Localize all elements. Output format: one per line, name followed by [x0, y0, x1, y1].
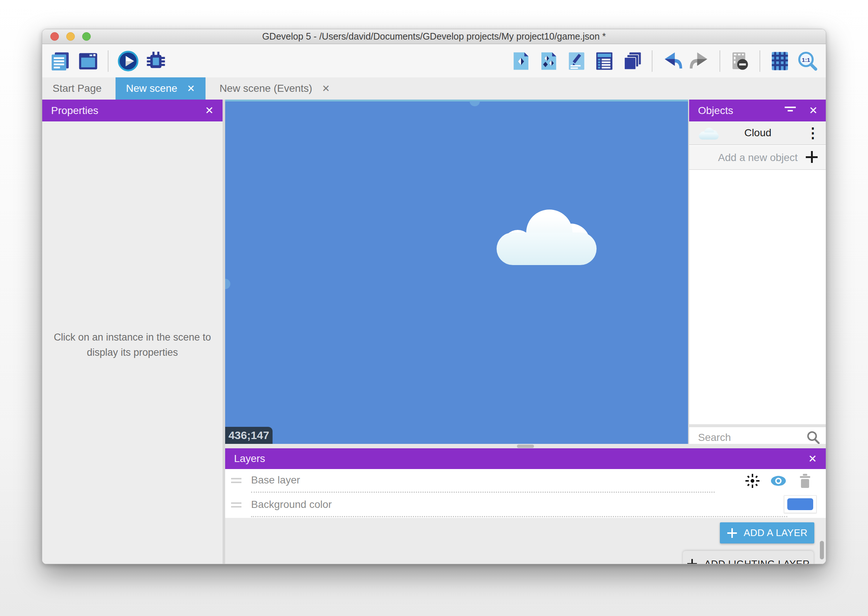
kebab-menu-icon[interactable]: ⋮ [806, 121, 820, 145]
close-icon[interactable]: ✕ [187, 84, 195, 93]
add-lighting-layer-label: ADD LIGHTING LAYER [704, 558, 810, 564]
add-layer-label: ADD A LAYER [744, 527, 808, 539]
object-name: Cloud [744, 127, 771, 139]
toolbar-right-group: 1:1 [510, 50, 819, 72]
drag-handle-icon[interactable] [231, 478, 241, 485]
properties-empty-message: Click on an instance in the scene to dis… [46, 330, 219, 360]
debug-icon[interactable] [145, 50, 167, 72]
objects-header: Objects ✕ [689, 100, 826, 121]
layer-name-underline [251, 516, 787, 517]
tab-label: New scene (Events) [220, 83, 313, 94]
editor-content: Properties ✕ Click on an instance in the… [42, 100, 826, 564]
objects-panel: Objects ✕ Cloud ⋮ [689, 100, 826, 448]
minimize-window-button[interactable] [66, 32, 75, 41]
layers-header: Layers ✕ [225, 448, 826, 469]
plus-icon [805, 150, 818, 165]
layer-row-base[interactable]: Base layer [225, 469, 826, 493]
title-bar: GDevelop 5 - /Users/david/Documents/GDev… [42, 29, 826, 44]
toggle-mask-icon[interactable] [729, 50, 751, 72]
objects-title: Objects [698, 105, 733, 116]
object-groups-editor-icon[interactable] [538, 50, 560, 72]
toolbar-separator [720, 50, 720, 72]
tab-bar: Start Page New scene ✕ New scene (Events… [42, 77, 826, 100]
background-color-swatch [787, 498, 813, 510]
objects-editor-icon[interactable] [510, 50, 532, 72]
cloud-thumbnail-icon [699, 127, 719, 140]
project-manager-icon[interactable] [49, 50, 71, 72]
close-icon[interactable]: ✕ [205, 104, 214, 116]
scrollbar-thumb[interactable] [820, 541, 824, 559]
close-icon[interactable]: ✕ [809, 104, 818, 116]
gdevelop-window: GDevelop 5 - /Users/david/Documents/GDev… [42, 29, 826, 564]
canvas-resize-handle-left[interactable] [225, 279, 230, 289]
plus-icon [687, 558, 698, 564]
toolbar-left-group [49, 50, 167, 72]
redo-icon[interactable] [689, 50, 711, 72]
properties-header: Properties ✕ [42, 100, 223, 121]
layer-effects-icon[interactable] [744, 473, 761, 489]
svg-text:1:1: 1:1 [802, 56, 810, 63]
layer-name[interactable]: Base layer [251, 474, 300, 486]
layer-list: Base layer [225, 469, 826, 518]
add-object-label: Add a new object [718, 152, 798, 163]
panel-resize-handle[interactable] [517, 445, 534, 448]
object-item-cloud[interactable]: Cloud ⋮ [689, 121, 826, 145]
window-title: GDevelop 5 - /Users/david/Documents/GDev… [42, 31, 826, 42]
instances-list-icon[interactable] [593, 50, 615, 72]
plus-icon [726, 528, 737, 539]
background-color-picker[interactable] [784, 495, 816, 513]
close-icon[interactable]: ✕ [808, 453, 817, 465]
empty-message-line: display its properties [46, 345, 219, 360]
properties-panel: Properties ✕ Click on an instance in the… [42, 100, 223, 564]
layer-delete-trash-icon[interactable] [797, 473, 813, 489]
undo-icon[interactable] [661, 50, 683, 72]
drag-handle-icon[interactable] [231, 502, 241, 510]
close-icon[interactable]: ✕ [322, 84, 330, 93]
filter-icon[interactable] [784, 105, 797, 116]
toolbar-separator [760, 50, 760, 72]
tab-start-page[interactable]: Start Page [42, 77, 112, 100]
layer-name[interactable]: Background color [251, 499, 332, 511]
zoom-original-icon[interactable]: 1:1 [797, 50, 819, 72]
layers-editor-icon[interactable] [621, 50, 643, 72]
add-lighting-layer-button[interactable]: ADD LIGHTING LAYER [683, 551, 814, 564]
tab-new-scene[interactable]: New scene ✕ [116, 77, 205, 100]
layer-name-underline [251, 492, 715, 493]
start-page-icon[interactable] [77, 50, 99, 72]
layers-title: Layers [234, 453, 265, 465]
traffic-lights [50, 29, 91, 44]
properties-title: Properties [51, 105, 99, 116]
toggle-grid-icon[interactable] [769, 50, 791, 72]
canvas-resize-handle-top[interactable] [470, 101, 480, 106]
toolbar-separator [652, 50, 653, 72]
layers-footer: ADD A LAYER ADD LIGHTING LAYER [225, 518, 826, 564]
cursor-coordinates: 436;147 [225, 427, 272, 444]
add-new-object-button[interactable]: Add a new object [689, 146, 826, 170]
scene-properties-icon[interactable] [566, 50, 588, 72]
empty-message-line: Click on an instance in the scene to [46, 330, 219, 345]
maximize-window-button[interactable] [82, 32, 91, 41]
play-icon[interactable] [117, 50, 139, 72]
close-window-button[interactable] [50, 32, 59, 41]
cloud-sprite[interactable] [497, 209, 597, 265]
scene-canvas[interactable]: 436;147 [225, 100, 688, 444]
tab-new-scene-events[interactable]: New scene (Events) ✕ [209, 77, 340, 100]
layers-panel: Layers ✕ Base layer [225, 444, 826, 564]
main-toolbar: 1:1 [42, 44, 826, 77]
tab-label: Start Page [53, 83, 101, 94]
add-layer-button[interactable]: ADD A LAYER [720, 522, 814, 544]
layer-visibility-eye-icon[interactable] [770, 473, 786, 489]
layer-row-background[interactable]: Background color [225, 493, 826, 518]
toolbar-separator [108, 50, 108, 72]
tab-label: New scene [126, 83, 178, 94]
desktop-background: GDevelop 5 - /Users/david/Documents/GDev… [0, 0, 868, 616]
